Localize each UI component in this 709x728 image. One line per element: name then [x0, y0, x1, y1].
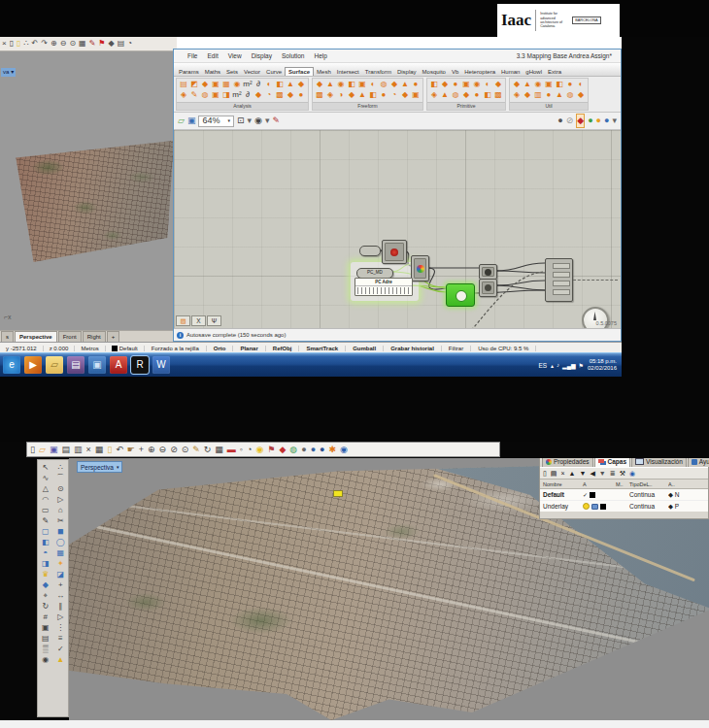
taskbar-app-icon[interactable]: R: [131, 356, 149, 374]
component-icon[interactable]: ●: [379, 89, 388, 100]
component-icon[interactable]: ◧: [483, 89, 492, 100]
toolbar-icon[interactable]: ▦: [215, 443, 223, 456]
toolbar-icon[interactable]: ⚑: [98, 37, 105, 50]
toolbar-icon[interactable]: ◍: [289, 443, 297, 456]
active-layer[interactable]: Default: [106, 346, 145, 351]
canvas-tool-icon[interactable]: ▾: [248, 113, 253, 129]
component-icon[interactable]: ◧: [347, 79, 356, 89]
zoom-select[interactable]: 64%▾: [198, 116, 234, 127]
component-icon[interactable]: m²: [232, 89, 242, 100]
toolbar-icon[interactable]: ▤: [118, 37, 125, 50]
palette-tool-icon[interactable]: ▢: [38, 526, 53, 537]
status-pane[interactable]: RefObj: [266, 346, 300, 351]
rhino-top-toolbar[interactable]: ×▯▯∴↶↷⊕⊖⊙▦✎⚑◆▤◔: [0, 37, 177, 51]
layer-printwidth[interactable]: ◆ P: [668, 503, 708, 511]
canvas-mini-tab[interactable]: Ψ: [207, 315, 221, 326]
language-indicator[interactable]: ES: [538, 362, 547, 369]
component-tab[interactable]: Params: [176, 68, 202, 76]
group-label[interactable]: Analysis: [177, 102, 308, 110]
group-label[interactable]: Primitive: [427, 102, 505, 110]
layer-name[interactable]: Underlay: [540, 503, 583, 510]
chevron-down-icon[interactable]: ▾: [11, 68, 14, 77]
status-pane[interactable]: Gumball: [346, 346, 384, 351]
taskbar-app-icon[interactable]: ▤: [67, 356, 84, 374]
layer-lock-icon[interactable]: [591, 504, 598, 510]
toolbar-icon[interactable]: ⚑: [267, 443, 275, 456]
taskbar-clock[interactable]: 05:18 p.m. 02/02/2016: [588, 358, 619, 372]
component-icon[interactable]: ◆: [523, 89, 532, 100]
palette-tool-icon[interactable]: ▭: [38, 505, 53, 515]
layers-tool-icon[interactable]: ≣: [610, 468, 616, 479]
component-icon[interactable]: ◆: [286, 89, 295, 100]
status-pane[interactable]: Planar: [233, 346, 265, 351]
status-pane[interactable]: Uso de CPU: 9.5 %: [471, 346, 536, 351]
rhino-main-toolbar[interactable]: ▯▱▣▤▥×▦▯↶☛+⊕⊖⊘⊙✎↻▦▬◦◔◉⚑◆◍●●●✱◉: [26, 442, 500, 457]
palette-tool-icon[interactable]: ⊙: [53, 483, 69, 494]
palette-tool-icon[interactable]: ✓: [53, 644, 69, 654]
toolbar-icon[interactable]: ✎: [192, 443, 200, 456]
tray-icon[interactable]: ♪: [557, 362, 559, 369]
component-icon[interactable]: ◆: [400, 89, 410, 100]
canvas-mini-tabs[interactable]: ▨XΨ: [176, 315, 221, 326]
group-label[interactable]: Freeform: [313, 102, 422, 110]
selected-point-marker[interactable]: [333, 490, 343, 497]
taskbar-app-icon[interactable]: ▱: [46, 356, 63, 374]
palette-tool-icon[interactable]: ◓: [38, 547, 53, 558]
layer-color-swatch[interactable]: [600, 504, 606, 510]
component-icon[interactable]: ◈: [179, 89, 188, 100]
component-icon[interactable]: ◔: [264, 89, 274, 100]
palette-tool-icon[interactable]: ⌖: [38, 590, 53, 601]
toolbar-icon[interactable]: ▦: [95, 443, 104, 456]
layer-name[interactable]: Default: [540, 491, 583, 498]
component-icon[interactable]: ◈: [325, 89, 335, 100]
layers-toolbar[interactable]: ▯▤×▲▼◀▼≣⚒◉: [540, 467, 708, 480]
palette-tool-icon[interactable]: △: [38, 483, 53, 494]
component-icon[interactable]: ●: [451, 79, 460, 89]
preview-mode-icon[interactable]: ◆: [576, 114, 585, 128]
component-icon[interactable]: ◍: [565, 89, 575, 100]
toolbar-icon[interactable]: ↶: [116, 443, 123, 456]
palette-tool-icon[interactable]: ✂: [53, 515, 69, 526]
layers-tool-icon[interactable]: ▼: [580, 468, 587, 479]
palette-tool-icon[interactable]: ⌒: [53, 473, 69, 483]
toolbar-icon[interactable]: ◔: [127, 37, 132, 50]
component-icon[interactable]: ▥: [533, 89, 543, 100]
component-icon[interactable]: ▲: [523, 79, 532, 89]
viewport-title[interactable]: va ▾: [1, 68, 16, 77]
component-icon[interactable]: ◧: [275, 79, 285, 89]
toolbar-icon[interactable]: ×: [2, 37, 7, 50]
component-icon[interactable]: ◉: [232, 79, 242, 89]
canvas-tool-icon[interactable]: ▾: [265, 113, 270, 129]
status-pane[interactable]: Filtrar: [442, 346, 471, 351]
toolbar-icon[interactable]: ⊖: [60, 37, 67, 50]
toolbar-icon[interactable]: ●: [311, 443, 316, 456]
aerial-map-surface[interactable]: [13, 141, 173, 262]
component-icon[interactable]: ◉: [336, 79, 346, 89]
menu-item[interactable]: Help: [309, 52, 331, 59]
toolbar-icon[interactable]: ▥: [74, 443, 83, 456]
layers-tool-icon[interactable]: ◉: [629, 468, 635, 479]
component-icon[interactable]: ◆: [253, 89, 263, 100]
component-icon[interactable]: ▲: [440, 89, 450, 100]
component-icon[interactable]: ◨: [221, 89, 231, 100]
grasshopper-canvas[interactable]: PC_MD PC Adre ▨XΨ 0.5.0075: [174, 130, 621, 328]
col-ancho[interactable]: A..: [668, 481, 708, 487]
toolbar-icon[interactable]: ◉: [255, 443, 263, 456]
col-m[interactable]: M..: [616, 481, 629, 487]
component-icon[interactable]: ●: [565, 79, 575, 89]
panel-node[interactable]: PC Adre: [354, 278, 413, 296]
palette-tool-icon[interactable]: ◠: [38, 494, 53, 505]
palette-tool-icon[interactable]: ∴: [53, 462, 69, 473]
group-label[interactable]: Util: [510, 102, 588, 110]
component-icon[interactable]: ◆: [512, 79, 522, 89]
taskbar-app-icon[interactable]: e: [3, 356, 20, 374]
component-icon[interactable]: ▣: [211, 79, 220, 89]
component-icon[interactable]: ●: [544, 89, 554, 100]
units-label[interactable]: Metros: [75, 346, 105, 351]
palette-tool-icon[interactable]: ▒: [38, 644, 53, 654]
component-icon[interactable]: ◉: [533, 79, 543, 89]
toolbar-icon[interactable]: ↷: [41, 37, 48, 50]
palette-tool-icon[interactable]: ◼: [53, 526, 69, 537]
component-tab[interactable]: Human: [498, 68, 523, 76]
canvas-mini-tab[interactable]: X: [191, 315, 206, 326]
